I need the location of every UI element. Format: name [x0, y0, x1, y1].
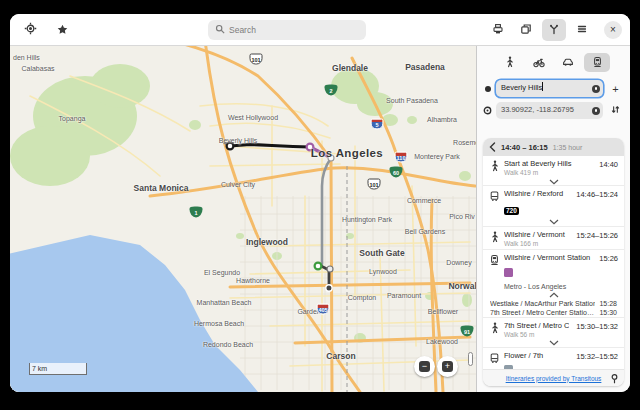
route-icon	[548, 21, 560, 39]
leg-info: Wilshire / Vermont StationMetro - Los An…	[504, 253, 592, 289]
route-end-input[interactable]: 33.90922, -118.26795	[496, 102, 603, 119]
bus-icon	[489, 352, 500, 364]
leg-time: 15:24–15:26	[576, 231, 618, 240]
end-marker-icon	[483, 106, 492, 115]
leg-title: Wilshire / Vermont	[504, 230, 569, 239]
swap-points-button[interactable]	[607, 102, 624, 119]
collapse-stops-button[interactable]	[483, 292, 624, 299]
zoom-out-button[interactable]: −	[414, 356, 435, 377]
route-start-input[interactable]: Beverly Hills	[496, 80, 603, 97]
itinerary-leg-row[interactable]: Wilshire / Vermont StationMetro - Los An…	[483, 250, 624, 291]
leg-agency: Metro - Los Angeles	[504, 283, 592, 290]
route-point-row-start: Beverly Hills +	[483, 80, 624, 97]
plus-icon: +	[612, 83, 618, 95]
expand-stops-button[interactable]	[483, 219, 624, 226]
intermediate-stop-row[interactable]: Westlake / MacArthur Park Station15:28	[483, 299, 624, 308]
walk-icon	[489, 160, 500, 172]
stop-time: 15:30	[599, 309, 617, 316]
transport-mode-group	[483, 53, 624, 72]
mode-button-walk[interactable]	[497, 53, 523, 72]
back-button[interactable]	[489, 142, 496, 152]
line-color-badge	[504, 268, 513, 277]
leg-walk-distance: Walk 419 m	[504, 169, 592, 176]
add-stop-button[interactable]: +	[607, 80, 624, 97]
search-input[interactable]: Search	[208, 20, 366, 40]
stop-name: 7th Street / Metro Center Statio…	[490, 309, 594, 316]
itinerary-leg-row[interactable]: Flower / 7th15:32–15:52	[483, 348, 624, 369]
transit-icon	[592, 54, 603, 72]
route-button[interactable]	[542, 19, 566, 41]
itinerary-card: 14:40 – 16:15 1:35 hour Start at Beverly…	[483, 138, 624, 386]
gnome-maps-window: Search	[10, 14, 630, 392]
map-graphics	[10, 46, 476, 392]
layers-button[interactable]	[514, 19, 538, 41]
stop-name: Westlake / MacArthur Park Station	[490, 300, 595, 307]
swap-icon	[610, 104, 621, 117]
itinerary-time-range: 14:40 – 16:15	[501, 143, 548, 152]
layers-icon	[520, 21, 532, 39]
hamburger-icon	[576, 21, 588, 39]
leg-info: Start at Beverly HillsWalk 419 m	[504, 159, 592, 176]
route-sidebar: Beverly Hills + 33.909	[476, 46, 630, 392]
walk-icon	[489, 231, 500, 243]
menu-button[interactable]	[570, 19, 594, 41]
current-location-button[interactable]	[18, 19, 42, 41]
entry-marker-icon[interactable]	[592, 85, 600, 93]
stop-time: 15:28	[599, 300, 617, 307]
scrollbar-thumb[interactable]	[468, 352, 473, 366]
itinerary-duration: 1:35 hour	[553, 144, 583, 151]
bus-icon	[489, 190, 500, 202]
map-canvas[interactable]: den HillsCalabasasTopangaWest HollywoodB…	[10, 46, 476, 392]
provider-link[interactable]: Itineraries provided by Transitous	[506, 375, 602, 382]
itinerary-footer: Itineraries provided by Transitous	[483, 369, 624, 386]
leg-time: 15:32–15:52	[576, 352, 618, 361]
leg-info: Wilshire / VermontWalk 166 m	[504, 230, 569, 247]
entry-marker-icon[interactable]	[592, 107, 600, 115]
walk-icon	[489, 322, 500, 334]
leg-time: 14:40	[599, 160, 618, 169]
mode-button-bike[interactable]	[526, 53, 552, 72]
locate-icon	[24, 21, 37, 39]
leg-title: Flower / 7th	[504, 351, 569, 360]
leg-time: 15:30–15:32	[576, 322, 618, 331]
plus-icon: +	[442, 361, 453, 372]
itinerary-leg-row[interactable]: Wilshire / VermontWalk 166 m15:24–15:26	[483, 227, 624, 249]
headerbar: Search	[10, 14, 630, 46]
window-close-button[interactable]: ×	[604, 21, 622, 39]
leg-time: 14:46–15:24	[576, 190, 618, 199]
expand-stops-button[interactable]	[483, 340, 624, 347]
walk-icon	[505, 54, 515, 72]
leg-info: Flower / 7th	[504, 351, 569, 369]
intermediate-stop-row[interactable]: 7th Street / Metro Center Statio…15:30	[483, 308, 624, 317]
printer-icon	[492, 21, 504, 39]
train-icon	[489, 254, 500, 266]
leg-info: 7th Street / Metro Center Stat…Walk 56 m	[504, 321, 569, 338]
itinerary-leg-row[interactable]: Wilshire / Rexford72014:46–15:24	[483, 186, 624, 218]
content: den HillsCalabasasTopangaWest HollywoodB…	[10, 46, 630, 392]
mode-button-transit[interactable]	[584, 53, 610, 72]
print-button[interactable]	[486, 19, 510, 41]
start-marker-icon	[483, 85, 492, 93]
itinerary-header: 14:40 – 16:15 1:35 hour	[483, 138, 624, 156]
star-icon	[57, 21, 68, 39]
map-scale: 7 km	[29, 363, 87, 375]
leg-walk-distance: Walk 166 m	[504, 240, 569, 247]
itinerary-leg-row[interactable]: Start at Beverly HillsWalk 419 m14:40	[483, 156, 624, 178]
car-icon	[562, 54, 574, 72]
leg-time: 15:26	[599, 254, 618, 263]
mode-button-car[interactable]	[555, 53, 581, 72]
bike-icon	[533, 54, 545, 72]
screen: Search	[0, 0, 640, 410]
itinerary-legs: Start at Beverly HillsWalk 419 m14:40Wil…	[483, 156, 624, 369]
expand-stops-button[interactable]	[483, 178, 624, 185]
leg-info: Wilshire / Rexford720	[504, 189, 569, 216]
search-placeholder: Search	[229, 25, 256, 35]
close-icon: ×	[610, 24, 616, 35]
favorites-button[interactable]	[50, 19, 74, 41]
itinerary-leg-row[interactable]: 7th Street / Metro Center Stat…Walk 56 m…	[483, 318, 624, 340]
search-icon	[215, 24, 225, 36]
headerbar-right: ×	[486, 19, 622, 41]
minus-icon: −	[419, 361, 430, 372]
zoom-in-button[interactable]: +	[437, 356, 458, 377]
location-pin-icon[interactable]	[610, 373, 619, 384]
